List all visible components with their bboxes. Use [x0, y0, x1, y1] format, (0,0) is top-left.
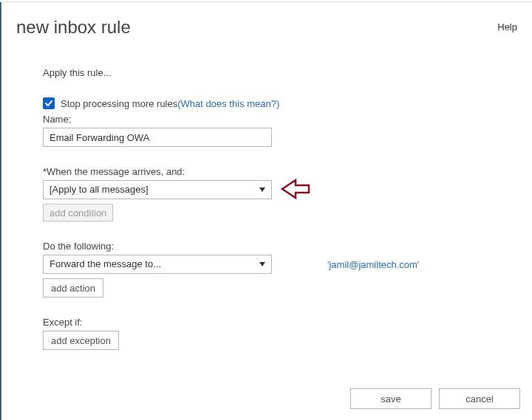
stop-processing-label: Stop processing more rules [61, 98, 177, 109]
stop-processing-checkbox[interactable] [43, 97, 55, 109]
when-condition-value: [Apply to all messages] [50, 184, 149, 195]
action-value: Forward the message to... [50, 258, 161, 269]
chevron-down-icon [259, 262, 265, 266]
what-does-this-mean-link[interactable]: (What does this mean?) [177, 98, 279, 109]
add-condition-button: add condition [43, 204, 113, 221]
action-select[interactable]: Forward the message to... [43, 255, 272, 274]
chevron-down-icon [259, 187, 265, 192]
add-action-button[interactable]: add action [43, 278, 103, 297]
do-following-label: Do the following: [43, 241, 486, 252]
help-link[interactable]: Help [497, 21, 517, 32]
save-button[interactable]: save [350, 388, 432, 409]
except-if-label: Except if: [43, 317, 486, 328]
name-label: Name: [43, 114, 486, 125]
cancel-button[interactable]: cancel [439, 388, 520, 409]
page-title: new inbox rule [16, 17, 131, 38]
when-label: *When the message arrives, and: [43, 166, 486, 177]
forward-recipient[interactable]: 'jamil@jamiltech.com' [327, 259, 419, 270]
arrow-left-icon [281, 179, 310, 199]
add-exception-button[interactable]: add exception [43, 331, 119, 350]
check-icon [44, 99, 53, 108]
apply-rule-label: Apply this rule... [43, 67, 486, 78]
rule-name-input[interactable] [43, 128, 272, 147]
when-condition-select[interactable]: [Apply to all messages] [43, 180, 272, 199]
